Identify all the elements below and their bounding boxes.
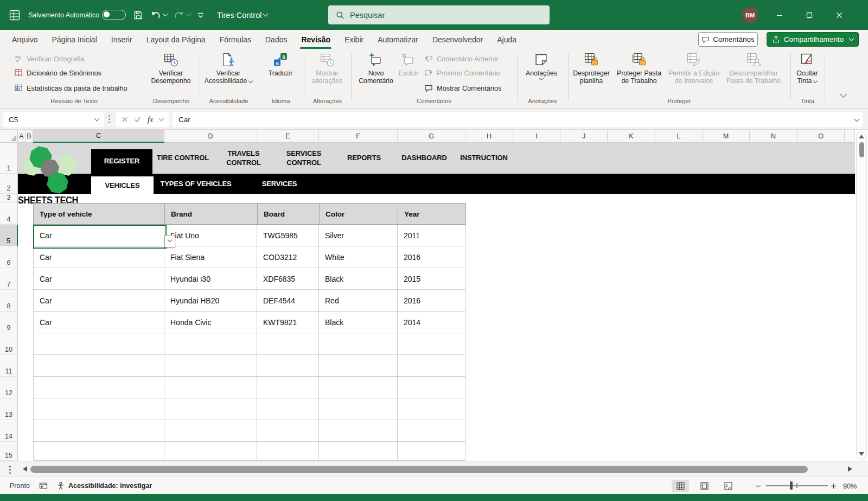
row-header-7[interactable]: 7 bbox=[0, 268, 18, 290]
horizontal-scroll-thumb[interactable] bbox=[30, 466, 808, 473]
app-tab-dashboard[interactable]: DASHBOARD bbox=[395, 143, 453, 174]
cancel-entry-icon[interactable] bbox=[122, 116, 128, 123]
name-box-chevron-icon[interactable] bbox=[94, 116, 100, 121]
table-cell-r12c3[interactable] bbox=[257, 377, 319, 398]
app-tab-instruction[interactable]: INSTRUCTION bbox=[455, 143, 513, 174]
translate-button[interactable]: aã Traduzir bbox=[264, 52, 297, 77]
horizontal-scrollbar[interactable] bbox=[0, 461, 868, 477]
zoom-in-button[interactable] bbox=[831, 477, 837, 494]
column-header-l[interactable]: L bbox=[655, 130, 703, 143]
table-cell-r15c4[interactable] bbox=[319, 442, 398, 461]
row-header-15[interactable]: 15 bbox=[0, 442, 18, 461]
row-header-11[interactable]: 11 bbox=[0, 355, 18, 377]
undo-chevron-icon[interactable] bbox=[163, 11, 168, 17]
show-comments-button[interactable]: Mostrar Comentários bbox=[424, 83, 501, 93]
insert-function-icon[interactable]: fx bbox=[148, 115, 154, 124]
ribbon-tab-exibir[interactable]: Exibir bbox=[337, 30, 371, 49]
column-header-m[interactable]: M bbox=[703, 130, 750, 143]
table-cell-r8c2[interactable]: Hyundai HB20 bbox=[164, 290, 257, 312]
ribbon-tab-ajuda[interactable]: Ajuda bbox=[490, 30, 524, 49]
table-cell-r11c3[interactable] bbox=[257, 355, 319, 377]
table-cell-r14c3[interactable] bbox=[257, 420, 319, 442]
sheet-tab-grip[interactable] bbox=[9, 469, 11, 471]
select-all-corner[interactable] bbox=[0, 130, 18, 143]
table-cell-r12c5[interactable] bbox=[398, 377, 465, 398]
vertical-scrollbar[interactable] bbox=[856, 131, 867, 460]
row-header-2[interactable]: 2 bbox=[0, 174, 18, 194]
column-header-f[interactable]: F bbox=[319, 130, 398, 143]
table-cell-r14c4[interactable] bbox=[319, 420, 398, 442]
table-cell-r8c1[interactable]: Car bbox=[33, 290, 164, 312]
fx-chevron-icon[interactable] bbox=[158, 116, 164, 121]
formula-bar-grip[interactable] bbox=[108, 118, 110, 120]
workbook-statistics-button[interactable]: 123 Estatísticas da pasta de trabalho bbox=[14, 83, 127, 93]
app-tab-tire-control[interactable]: TIRE CONTROL bbox=[154, 143, 212, 174]
selected-cell-outline[interactable] bbox=[33, 225, 167, 249]
app-tab-reports[interactable]: REPORTS bbox=[335, 143, 393, 174]
column-header-n[interactable]: N bbox=[750, 130, 797, 143]
table-cell-r13c1[interactable] bbox=[33, 398, 164, 420]
table-cell-r15c2[interactable] bbox=[164, 442, 257, 461]
workbook-title[interactable]: Tires Control bbox=[217, 0, 267, 30]
scroll-right-icon[interactable] bbox=[848, 466, 852, 472]
maximize-button[interactable] bbox=[797, 0, 821, 30]
table-cell-r8c3[interactable]: DEF4544 bbox=[257, 290, 319, 312]
protect-workbook-button[interactable]: Proteger Pasta de Trabalho bbox=[612, 52, 666, 85]
table-cell-r12c2[interactable] bbox=[164, 377, 257, 398]
row-header-1[interactable]: 1 bbox=[0, 143, 18, 174]
data-validation-dropdown-button[interactable] bbox=[164, 235, 175, 248]
view-normal-button[interactable] bbox=[672, 480, 689, 492]
vertical-scroll-thumb[interactable] bbox=[859, 142, 864, 157]
table-cell-r5c4[interactable]: Silver bbox=[319, 225, 398, 246]
table-cell-r7c2[interactable]: Hyundai i30 bbox=[164, 268, 257, 290]
customize-toolbar-icon[interactable] bbox=[196, 0, 205, 30]
table-cell-r15c5[interactable] bbox=[398, 442, 465, 461]
column-header-i[interactable]: I bbox=[513, 130, 560, 143]
table-cell-r6c2[interactable]: Fiat Siena bbox=[164, 246, 257, 268]
view-page-layout-button[interactable] bbox=[695, 480, 713, 492]
table-cell-r11c1[interactable] bbox=[33, 355, 164, 377]
sub-tab-vehicles[interactable]: VEHICLES bbox=[91, 176, 154, 194]
scroll-down-icon[interactable] bbox=[859, 452, 864, 456]
row-header-13[interactable]: 13 bbox=[0, 398, 18, 420]
check-performance-button[interactable]: Verificar Desempenho bbox=[149, 52, 193, 85]
table-cell-r11c5[interactable] bbox=[398, 355, 465, 377]
thesaurus-button[interactable]: Dicionário de Sinônimos bbox=[14, 67, 101, 78]
app-tab-travels-control[interactable]: TRAVELS CONTROL bbox=[215, 143, 272, 174]
row-header-3[interactable]: 3 bbox=[0, 194, 18, 203]
table-cell-r7c1[interactable]: Car bbox=[33, 268, 164, 290]
view-page-break-button[interactable] bbox=[719, 480, 737, 492]
save-button[interactable] bbox=[133, 0, 143, 30]
accessibility-status-icon[interactable] bbox=[56, 477, 65, 494]
row-header-14[interactable]: 14 bbox=[0, 420, 18, 442]
table-cell-r8c4[interactable]: Red bbox=[319, 290, 398, 312]
row-header-8[interactable]: 8 bbox=[0, 290, 18, 312]
notes-button[interactable]: Anotações bbox=[523, 52, 560, 81]
table-cell-r14c5[interactable] bbox=[398, 420, 465, 442]
table-cell-r12c1[interactable] bbox=[33, 377, 164, 398]
table-cell-r11c4[interactable] bbox=[319, 355, 398, 377]
search-input[interactable]: Pesquisar bbox=[328, 5, 550, 24]
undo-button[interactable] bbox=[150, 0, 167, 30]
table-cell-r9c1[interactable]: Car bbox=[33, 312, 164, 333]
avatar[interactable]: BM bbox=[742, 7, 758, 23]
table-cell-r6c1[interactable]: Car bbox=[33, 246, 164, 268]
table-cell-r7c4[interactable]: Black bbox=[319, 268, 398, 290]
unprotect-sheet-button[interactable]: Desproteger planilha bbox=[566, 52, 616, 85]
app-tab-register[interactable]: REGISTER bbox=[91, 149, 152, 174]
column-header-d[interactable]: D bbox=[164, 130, 257, 143]
minimize-button[interactable] bbox=[768, 0, 792, 30]
table-cell-r10c5[interactable] bbox=[398, 333, 465, 355]
table-cell-r6c5[interactable]: 2016 bbox=[398, 246, 465, 268]
table-cell-r10c4[interactable] bbox=[319, 333, 398, 355]
zoom-slider-thumb[interactable] bbox=[790, 481, 793, 490]
table-cell-r5c2[interactable]: Fiat Uno bbox=[164, 225, 257, 246]
table-cell-r5c5[interactable]: 2011 bbox=[398, 225, 465, 246]
table-cell-r7c5[interactable]: 2015 bbox=[398, 268, 465, 290]
app-tab-services-control[interactable]: SERVICES CONTROL bbox=[275, 143, 333, 174]
ribbon-tab-layout-da-p-gina[interactable]: Layout da Página bbox=[139, 30, 213, 49]
column-header-o[interactable]: O bbox=[797, 130, 845, 143]
column-header-partial[interactable] bbox=[845, 130, 855, 143]
table-cell-r13c5[interactable] bbox=[398, 398, 465, 420]
sub-tab-types-of-vehicles[interactable]: TYPES OF VEHICLES bbox=[155, 174, 237, 194]
